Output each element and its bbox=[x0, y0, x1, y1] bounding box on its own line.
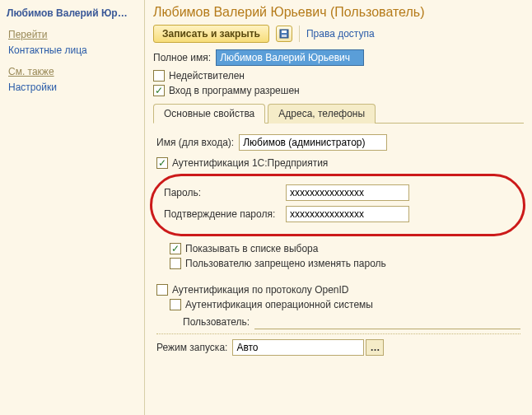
toolbar-separator bbox=[299, 26, 300, 42]
tabs: Основные свойства Адреса, телефоны bbox=[153, 103, 524, 124]
auth-openid-label: Аутентификация по протоколу OpenID bbox=[172, 284, 349, 296]
os-user-label: Пользователь: bbox=[183, 316, 250, 328]
sidebar-item-settings[interactable]: Настройки bbox=[7, 79, 138, 96]
auth-os-label: Аутентификация операционной системы bbox=[185, 299, 373, 310]
confirm-password-input[interactable] bbox=[286, 206, 409, 222]
sidebar-title: Любимов Валерий Юр… bbox=[7, 5, 138, 21]
password-input[interactable] bbox=[286, 184, 409, 201]
sidebar-section-goto: Перейти bbox=[7, 25, 138, 42]
launch-mode-input[interactable] bbox=[232, 339, 364, 356]
toolbar: Записать и закрыть Права доступа bbox=[153, 25, 524, 43]
auth-openid-checkbox[interactable] bbox=[156, 284, 168, 296]
access-rights-link[interactable]: Права доступа bbox=[306, 28, 375, 40]
confirm-password-label: Подтверждение пароля: bbox=[164, 208, 279, 220]
inactive-checkbox[interactable] bbox=[153, 70, 165, 82]
inactive-label: Недействителен bbox=[169, 70, 245, 82]
show-in-list-checkbox[interactable]: ✓ bbox=[170, 243, 181, 254]
cant-change-password-checkbox[interactable] bbox=[170, 258, 181, 269]
save-icon-button[interactable] bbox=[276, 26, 292, 42]
auth-1c-label: Аутентификация 1С:Предприятия bbox=[172, 157, 328, 169]
main-panel: Любимов Валерий Юрьевич (Пользователь) З… bbox=[145, 0, 532, 415]
cant-change-password-label: Пользователю запрещено изменять пароль bbox=[185, 258, 386, 269]
password-label: Пароль: bbox=[164, 187, 279, 198]
tab-main[interactable]: Основные свойства bbox=[153, 104, 265, 124]
os-user-field[interactable] bbox=[254, 315, 520, 329]
login-name-label: Имя (для входа): bbox=[156, 137, 234, 148]
save-and-close-button[interactable]: Записать и закрыть bbox=[153, 25, 269, 43]
fullname-input[interactable] bbox=[216, 49, 364, 66]
sidebar-section-seealso: См. также bbox=[7, 62, 138, 79]
floppy-icon bbox=[279, 29, 289, 39]
show-in-list-label: Показывать в списке выбора bbox=[185, 243, 318, 254]
fullname-label: Полное имя: bbox=[153, 52, 211, 63]
auth-1c-checkbox[interactable]: ✓ bbox=[156, 157, 168, 169]
auth-os-checkbox[interactable] bbox=[170, 299, 181, 310]
sidebar-item-contacts[interactable]: Контактные лица bbox=[7, 42, 138, 58]
separator-line bbox=[156, 333, 520, 334]
tab-address[interactable]: Адреса, телефоны bbox=[268, 104, 376, 124]
page-title: Любимов Валерий Юрьевич (Пользователь) bbox=[153, 5, 524, 20]
login-name-input[interactable] bbox=[239, 134, 387, 151]
login-allowed-checkbox[interactable]: ✓ bbox=[153, 85, 165, 96]
launch-mode-label: Режим запуска: bbox=[156, 342, 227, 353]
sidebar: Любимов Валерий Юр… Перейти Контактные л… bbox=[0, 0, 145, 415]
tab-content-main: Имя (для входа): ✓ Аутентификация 1С:Пре… bbox=[153, 124, 524, 363]
password-highlight-ring: Пароль: Подтверждение пароля: bbox=[150, 174, 525, 236]
launch-mode-select-button[interactable]: … bbox=[366, 339, 384, 356]
svg-rect-2 bbox=[282, 35, 287, 37]
login-allowed-label: Вход в программу разрешен bbox=[169, 85, 300, 96]
svg-rect-1 bbox=[282, 30, 287, 33]
